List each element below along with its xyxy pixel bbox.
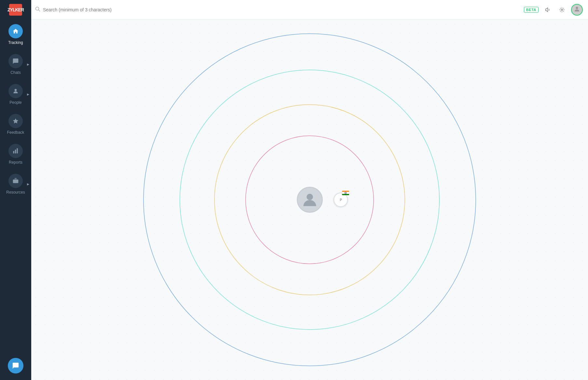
radar-visualization: P	[31, 20, 588, 380]
sidebar-item-people[interactable]: People ▶	[0, 79, 31, 109]
visitor-label: P	[340, 198, 342, 202]
sidebar-item-chats[interactable]: Chats ▶	[0, 49, 31, 79]
people-arrow: ▶	[27, 93, 29, 96]
search-input[interactable]	[43, 7, 141, 12]
svg-rect-7	[17, 148, 18, 154]
tracking-label: Tracking	[8, 40, 23, 45]
svg-rect-6	[15, 150, 16, 154]
india-flag	[342, 191, 349, 195]
sidebar-item-tracking[interactable]: Tracking	[0, 20, 31, 49]
main-content: P	[31, 20, 588, 380]
feedback-icon-circle	[8, 114, 23, 128]
logo-text: Z	[7, 7, 10, 12]
sidebar: Tracking Chats ▶ People ▶ Fe	[0, 20, 31, 380]
sidebar-item-resources[interactable]: Resources ▶	[0, 169, 31, 199]
chats-icon-circle	[8, 54, 23, 68]
sidebar-item-reports[interactable]: Reports	[0, 139, 31, 169]
svg-point-3	[576, 7, 578, 9]
center-avatar	[297, 187, 323, 213]
search-area	[35, 7, 520, 13]
volume-button[interactable]	[542, 5, 553, 15]
feedback-label: Feedback	[7, 130, 24, 135]
svg-line-1	[39, 10, 40, 11]
chats-arrow: ▶	[27, 63, 29, 66]
resources-icon-circle	[8, 174, 23, 188]
visitor-dot[interactable]: P	[334, 193, 348, 207]
svg-point-4	[15, 89, 17, 91]
header-actions: BETA	[524, 4, 583, 16]
resources-arrow: ▶	[27, 183, 29, 186]
avatar-icon	[573, 6, 581, 14]
settings-button[interactable]	[557, 5, 567, 15]
people-label: People	[9, 100, 21, 105]
user-avatar[interactable]	[571, 4, 583, 16]
sidebar-bottom	[8, 358, 23, 380]
flag-bot-stripe	[342, 194, 349, 195]
logo-area: ZYLKER	[0, 0, 31, 20]
app-header: ZYLKER BETA	[0, 0, 588, 20]
resources-label: Resources	[6, 190, 25, 195]
sidebar-item-feedback[interactable]: Feedback	[0, 109, 31, 139]
search-icon	[35, 7, 40, 13]
logo: ZYLKER	[9, 4, 22, 16]
tracking-icon-circle	[8, 24, 23, 38]
reports-label: Reports	[9, 160, 22, 165]
people-icon-circle	[8, 84, 23, 98]
svg-rect-5	[13, 151, 14, 154]
beta-badge: BETA	[524, 7, 539, 13]
reports-icon-circle	[8, 144, 23, 158]
svg-point-13	[307, 194, 313, 200]
svg-point-2	[561, 9, 563, 10]
chat-fab-button[interactable]	[8, 358, 23, 373]
chats-label: Chats	[10, 70, 21, 75]
